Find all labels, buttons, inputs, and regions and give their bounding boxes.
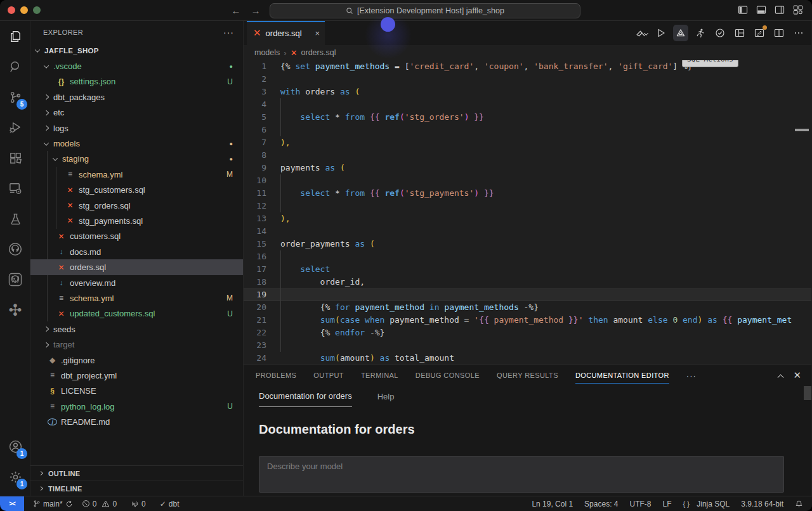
github-icon[interactable] bbox=[0, 234, 30, 264]
panel-tab-problems[interactable]: PROBLEMS bbox=[256, 365, 296, 385]
encoding-item[interactable]: UTF-8 bbox=[629, 500, 651, 508]
code-line-20[interactable]: 20 {% for payment_method in payment_meth… bbox=[244, 301, 811, 314]
tree-file-readme-md[interactable]: iREADME.md bbox=[30, 414, 243, 429]
minimize-window-button[interactable] bbox=[20, 6, 28, 14]
tree-folder-models[interactable]: models● bbox=[30, 136, 243, 151]
close-tab-icon[interactable]: × bbox=[315, 29, 320, 38]
problems-item[interactable]: 0 0 bbox=[82, 500, 117, 508]
doc-tab-help[interactable]: Help bbox=[377, 392, 395, 407]
tree-folder-etc[interactable]: etc bbox=[30, 105, 243, 120]
code-line-21[interactable]: 21 sum(case when payment_method = '{{ pa… bbox=[244, 314, 811, 327]
tree-file-customers-sql[interactable]: ✕customers.sql bbox=[30, 229, 243, 244]
language-mode-item[interactable]: { } Jinja SQL bbox=[683, 500, 730, 508]
dbt-power-user-icon[interactable]: ✣ bbox=[0, 295, 30, 325]
tree-file-updated-customers-sql[interactable]: ✕updated_customers.sqlU bbox=[30, 306, 243, 321]
ports-item[interactable]: 0 bbox=[131, 500, 146, 508]
extensions-icon[interactable] bbox=[0, 143, 30, 173]
tree-file-schema-yml[interactable]: ≡schema.ymlM bbox=[30, 290, 243, 306]
tree-folder-seeds[interactable]: seeds bbox=[30, 321, 243, 337]
source-control-icon[interactable]: 5 bbox=[0, 82, 30, 112]
code-line-2[interactable]: 2 bbox=[244, 73, 811, 86]
sql-actions-button[interactable] bbox=[673, 25, 688, 41]
tree-file--gitignore[interactable]: ◆.gitignore bbox=[30, 353, 243, 368]
tree-folder-jaffle-shop[interactable]: JAFFLE_SHOP bbox=[30, 43, 243, 58]
breadcrumb[interactable]: models › ✕ orders.sql bbox=[244, 45, 811, 60]
eol-item[interactable]: LF bbox=[662, 500, 671, 508]
build-dbt-model-button[interactable] bbox=[634, 25, 649, 41]
code-line-17[interactable]: 17 select bbox=[244, 263, 811, 276]
more-actions-icon[interactable] bbox=[791, 25, 806, 41]
toggle-primary-sidebar-icon[interactable] bbox=[738, 5, 748, 15]
remote-indicator[interactable]: >< bbox=[0, 496, 24, 511]
remote-explorer-icon[interactable] bbox=[0, 173, 30, 204]
indentation-item[interactable]: Spaces: 4 bbox=[584, 500, 618, 508]
tree-file-settings-json[interactable]: {}settings.jsonU bbox=[30, 74, 243, 89]
cursor-position-item[interactable]: Ln 19, Col 1 bbox=[532, 500, 573, 508]
code-line-9[interactable]: 9payments as ( bbox=[244, 162, 811, 174]
explorer-more-actions-icon[interactable]: ··· bbox=[223, 27, 234, 37]
tree-folder-staging[interactable]: staging● bbox=[30, 152, 243, 167]
tree-file-docs-md[interactable]: ↓docs.md bbox=[30, 244, 243, 259]
run-adhoc-query-button[interactable] bbox=[693, 25, 708, 41]
toggle-secondary-sidebar-icon[interactable] bbox=[775, 5, 785, 15]
breadcrumb-file[interactable]: orders.sql bbox=[301, 48, 336, 57]
code-line-11[interactable]: 11 select * from {{ ref('stg_payments') … bbox=[244, 187, 811, 200]
validate-check-button[interactable] bbox=[712, 25, 728, 41]
code-line-14[interactable]: 14 bbox=[244, 225, 811, 238]
python-version-item[interactable]: 3.9.18 64-bit bbox=[741, 500, 783, 508]
code-line-24[interactable]: 24 sum(amount) as total_amount bbox=[244, 352, 811, 365]
panel-more-tabs-icon[interactable]: ··· bbox=[686, 371, 697, 380]
code-line-7[interactable]: 7), bbox=[244, 136, 811, 149]
toggle-panel-icon[interactable] bbox=[756, 5, 766, 15]
panel-tab-documentation-editor[interactable]: DOCUMENTATION EDITOR bbox=[575, 365, 669, 385]
code-line-13[interactable]: 13), bbox=[244, 212, 811, 225]
panel-scrollbar[interactable] bbox=[804, 386, 811, 400]
maximize-window-button[interactable] bbox=[33, 6, 41, 14]
code-line-18[interactable]: 18 order_id, bbox=[244, 276, 811, 288]
tree-file-license[interactable]: §LICENSE bbox=[30, 384, 243, 399]
tree-file-python-log-log[interactable]: ≡python_log.logU bbox=[30, 399, 243, 414]
accounts-icon[interactable]: 1 bbox=[0, 431, 30, 462]
postgresql-icon[interactable] bbox=[0, 264, 30, 295]
command-center-search[interactable]: [Extension Development Host] jaffle_shop bbox=[270, 3, 580, 18]
close-window-button[interactable] bbox=[8, 6, 15, 14]
code-line-16[interactable]: 16 bbox=[244, 250, 811, 263]
code-line-4[interactable]: 4 bbox=[244, 98, 811, 111]
run-debug-icon[interactable] bbox=[0, 112, 30, 143]
panel-tab-terminal[interactable]: TERMINAL bbox=[361, 365, 398, 385]
settings-gear-icon[interactable]: 1 bbox=[0, 462, 30, 492]
tree-file-stg-customers-sql[interactable]: ✕stg_customers.sql bbox=[30, 183, 243, 198]
code-line-12[interactable]: 12 bbox=[244, 200, 811, 212]
breadcrumb-folder[interactable]: models bbox=[254, 48, 280, 57]
search-icon[interactable] bbox=[0, 51, 30, 82]
tree-file-orders-sql[interactable]: ✕orders.sql bbox=[30, 259, 243, 275]
code-line-15[interactable]: 15order_payments as ( bbox=[244, 238, 811, 250]
explorer-icon[interactable] bbox=[0, 21, 30, 51]
code-editor[interactable]: 1{% set payment_methods = ['credit_card'… bbox=[244, 60, 811, 365]
navigate-back-icon[interactable]: ← bbox=[230, 4, 242, 17]
code-line-23[interactable]: 23 bbox=[244, 339, 811, 352]
tree-folder-target[interactable]: target bbox=[30, 337, 243, 352]
navigate-forward-icon[interactable]: → bbox=[249, 4, 262, 17]
tree-folder-logs[interactable]: logs bbox=[30, 120, 243, 136]
split-editor-icon[interactable] bbox=[771, 25, 787, 41]
customize-layout-icon[interactable] bbox=[793, 5, 803, 15]
testing-beaker-icon[interactable] bbox=[0, 204, 30, 234]
panel-tab-debug-console[interactable]: DEBUG CONSOLE bbox=[416, 365, 480, 385]
execute-query-button[interactable] bbox=[653, 25, 669, 41]
tree-file-schema-yml[interactable]: ≡schema.ymlM bbox=[30, 167, 243, 182]
tree-file-dbt-project-yml[interactable]: ≡dbt_project.yml bbox=[30, 368, 243, 383]
code-line-8[interactable]: 8 bbox=[244, 149, 811, 162]
panel-tab-query-results[interactable]: QUERY RESULTS bbox=[497, 365, 558, 385]
notifications-bell-icon[interactable] bbox=[795, 500, 803, 508]
code-line-6[interactable]: 6 bbox=[244, 124, 811, 136]
panel-tab-output[interactable]: OUTPUT bbox=[313, 365, 344, 385]
code-line-5[interactable]: 5 select * from {{ ref('stg_orders') }} bbox=[244, 111, 811, 124]
tree-file-stg-orders-sql[interactable]: ✕stg_orders.sql bbox=[30, 198, 243, 213]
code-line-22[interactable]: 22 {% endfor -%} bbox=[244, 327, 811, 339]
tree-file-stg-payments-sql[interactable]: ✕stg_payments.sql bbox=[30, 213, 243, 228]
dbt-status-item[interactable]: ✓ dbt bbox=[160, 500, 180, 508]
code-line-3[interactable]: 3with orders as ( bbox=[244, 86, 811, 98]
tab-orders-sql[interactable]: ✕ orders.sql × bbox=[247, 21, 325, 45]
open-changes-icon[interactable] bbox=[752, 25, 767, 41]
